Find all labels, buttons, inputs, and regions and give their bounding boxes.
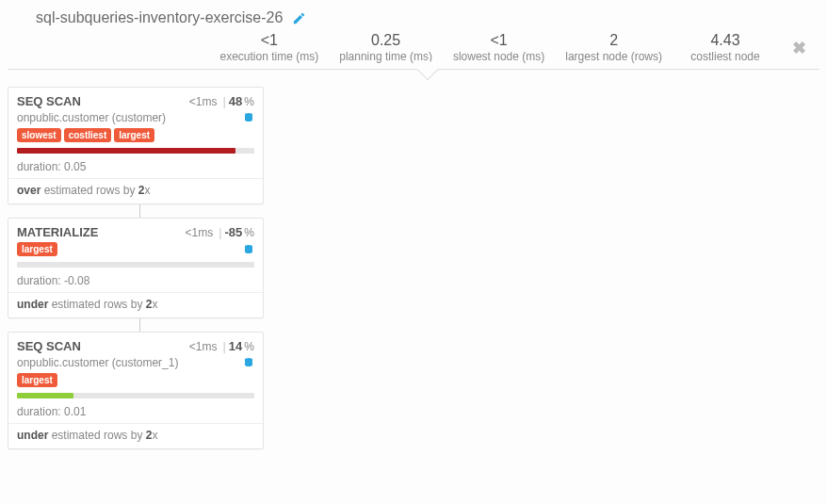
node-duration: duration: 0.01 <box>8 402 263 423</box>
node-time: <1ms <box>189 95 218 108</box>
stat-label: largest node (rows) <box>565 50 662 63</box>
plan-tree: SEQ SCAN <1ms | 48% on public.customer (… <box>0 70 827 457</box>
node-title: MATERIALIZE <box>17 225 185 239</box>
duration-bar <box>17 148 254 154</box>
tag-largest: largest <box>114 128 154 142</box>
connector <box>139 318 140 332</box>
separator: | <box>219 225 221 239</box>
node-time: <1ms <box>185 226 213 239</box>
stat-value: <1 <box>453 32 544 49</box>
stat-value: <1 <box>220 32 319 49</box>
stat-planning-time: 0.25 planning time (ms) <box>339 32 432 63</box>
database-icon <box>243 356 254 369</box>
separator: | <box>222 94 225 108</box>
node-title: SEQ SCAN <box>17 339 189 353</box>
node-title: SEQ SCAN <box>17 94 189 108</box>
stat-value: 2 <box>565 32 662 49</box>
tag-slowest: slowest <box>17 128 61 142</box>
stat-costliest-node: 4.43 costliest node <box>683 32 768 63</box>
stat-slowest-node: <1 slowest node (ms) <box>453 32 544 63</box>
stat-execution-time: <1 execution time (ms) <box>220 32 319 63</box>
duration-bar-fill <box>17 393 73 398</box>
edit-icon[interactable] <box>292 11 306 25</box>
separator: | <box>222 339 225 353</box>
connector <box>139 204 140 218</box>
node-relation: public.customer (customer) <box>29 111 243 124</box>
node-estimate: under estimated rows by 2x <box>8 292 263 317</box>
node-relation: public.customer (customer_1) <box>29 356 243 369</box>
tag-largest: largest <box>17 373 57 387</box>
node-time: <1ms <box>189 340 218 353</box>
plan-node[interactable]: SEQ SCAN <1ms | 14% on public.customer (… <box>8 332 264 449</box>
duration-bar <box>17 393 254 398</box>
node-percent: 14% <box>229 339 254 353</box>
node-duration: duration: -0.08 <box>8 271 263 292</box>
node-percent: -85% <box>225 225 254 239</box>
stat-label: slowest node (ms) <box>453 50 544 63</box>
tag-largest: largest <box>17 242 57 256</box>
node-percent: 48% <box>229 94 254 108</box>
relation-prefix: on <box>17 111 29 124</box>
close-icon[interactable]: ✖ <box>788 38 810 58</box>
relation-prefix: on <box>17 356 29 369</box>
plan-node[interactable]: SEQ SCAN <1ms | 48% on public.customer (… <box>8 87 264 204</box>
node-estimate: over estimated rows by 2x <box>8 178 263 203</box>
duration-bar <box>17 262 254 268</box>
stat-label: planning time (ms) <box>339 50 432 63</box>
database-icon <box>243 111 254 124</box>
database-icon <box>243 243 254 256</box>
node-duration: duration: 0.05 <box>8 157 263 178</box>
duration-bar-fill <box>17 148 235 154</box>
stat-label: execution time (ms) <box>220 50 319 63</box>
tag-costliest: costliest <box>64 128 112 142</box>
plan-node[interactable]: MATERIALIZE <1ms | -85% largest duration… <box>8 218 264 318</box>
stat-label: costliest node <box>683 50 768 63</box>
stat-value: 0.25 <box>339 32 432 49</box>
node-estimate: under estimated rows by 2x <box>8 423 263 448</box>
page-title: sql-subqueries-inventory-exercise-26 <box>36 9 283 26</box>
stat-value: 4.43 <box>683 32 768 49</box>
stats-bar: <1 execution time (ms) 0.25 planning tim… <box>8 32 819 70</box>
stat-largest-node: 2 largest node (rows) <box>565 32 662 63</box>
